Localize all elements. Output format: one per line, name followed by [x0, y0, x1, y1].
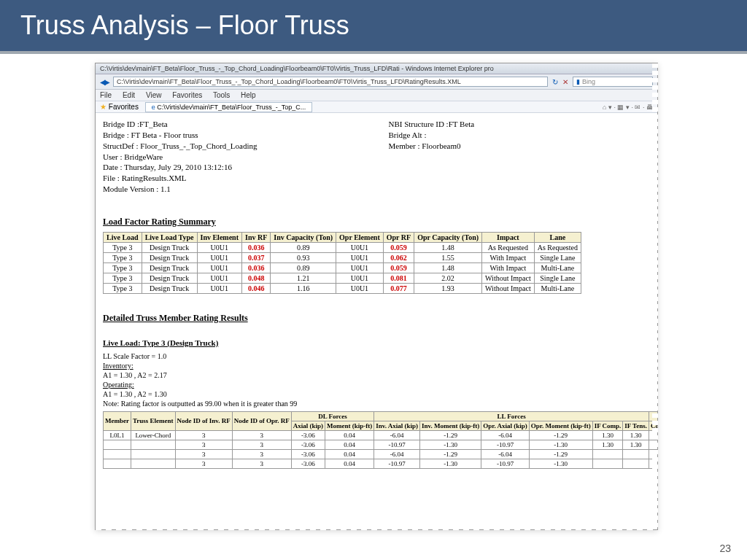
table-row: Type 3Design TruckU0U10.0461.16U0U10.077…: [104, 283, 581, 293]
star-icon[interactable]: ★: [100, 103, 107, 111]
menu-bar: File Edit View Favorites Tools Help: [96, 90, 657, 101]
col-invax: Inv. Axial (kip): [374, 421, 420, 430]
detail-heading: Detailed Truss Member Rating Results: [103, 313, 650, 324]
table-row: L0L1Lower-Chord33-3.060.04-6.04-1.29-6.0…: [104, 430, 658, 440]
table-row: 33-3.060.04-6.04-1.29-6.04-1.29-168.8515…: [104, 449, 658, 459]
struct-def: StructDef : Floor_Truss_-_Top_Chord_Load…: [103, 141, 258, 152]
home-icon[interactable]: ⌂: [603, 104, 606, 111]
col-invmo: Inv. Moment (kip-ft): [420, 421, 481, 430]
slide-header: Truss Analysis – Floor Truss: [0, 0, 747, 54]
notes-block: LL Scale Factor = 1.0 Inventory: A1 = 1.…: [103, 351, 650, 408]
nbi-id: NBI Structure ID :FT Beta: [389, 119, 475, 130]
tab-label: C:\Virtis\dev\main\FT_Beta\Floor_Truss_-…: [157, 104, 306, 111]
ie-icon: e: [152, 104, 155, 111]
inventory-label: Inventory:: [103, 361, 650, 370]
table-row: Type 3Design TruckU0U10.0481.21U0U10.081…: [104, 273, 581, 283]
browser-titlebar: C:\Virtis\dev\main\FT_Beta\Floor_Truss_-…: [96, 63, 657, 74]
col-moment: Moment (kip-ft): [325, 421, 374, 430]
table-row: 33-3.060.04-10.97-1.30-10.97-1.30-168.85…: [104, 459, 658, 468]
col-nodeopr: Node ID of Opr. RF: [232, 411, 291, 430]
browser-tab[interactable]: e C:\Virtis\dev\main\FT_Beta\Floor_Truss…: [145, 102, 313, 112]
operating-values: A1 = 1.30 , A2 = 1.30: [103, 389, 650, 399]
date: Date : Thursday, July 29, 2010 13:12:16: [103, 162, 258, 173]
torn-edge-right: [652, 63, 658, 529]
scale-factor: LL Scale Factor = 1.0: [103, 351, 650, 361]
col-header: Inv Element: [197, 232, 242, 242]
rf-note: Note: Rating factor is outputted as 99.0…: [103, 399, 650, 408]
table-header-row: Live LoadLive Load TypeInv ElementInv RF…: [104, 232, 581, 242]
menu-favorites[interactable]: Favorites: [172, 91, 202, 99]
inventory-values: A1 = 1.30 , A2 = 2.17: [103, 370, 650, 380]
browser-window: C:\Virtis\dev\main\FT_Beta\Floor_Truss_-…: [95, 63, 658, 530]
info-left: Bridge ID :FT_Beta Bridge : FT Beta - Fl…: [103, 119, 258, 195]
search-placeholder: Bing: [582, 78, 595, 85]
col-axial: Axial (kip): [291, 421, 325, 430]
col-header: Live Load Type: [142, 232, 197, 242]
favorites-label[interactable]: Favorites: [109, 103, 139, 111]
info-columns: Bridge ID :FT_Beta Bridge : FT Beta - Fl…: [103, 119, 650, 195]
live-load-heading: Live Load: Type 3 (Design Truck): [103, 338, 650, 347]
col-oprax: Opr. Axial (kip): [481, 421, 529, 430]
col-nodeinv: Node ID of Inv. RF: [175, 411, 232, 430]
table-row: Type 3Design TruckU0U10.0360.89U0U10.059…: [104, 242, 581, 252]
bridge-name: Bridge : FT Beta - Floor truss: [103, 130, 258, 141]
menu-help[interactable]: Help: [241, 91, 256, 99]
table-row: 33-3.060.04-10.97-1.30-10.97-1.301.301.3…: [104, 440, 658, 449]
slide-body: C:\Virtis\dev\main\FT_Beta\Floor_Truss_-…: [0, 54, 747, 530]
col-header: Opr Element: [336, 232, 384, 242]
address-bar: ◀▶ C:\Virtis\dev\main\FT_Beta\Floor_Trus…: [96, 74, 657, 90]
bridge-id: Bridge ID :FT_Beta: [103, 119, 258, 130]
col-header: Inv RF: [242, 232, 271, 242]
col-header: Impact: [482, 232, 535, 242]
nav-back-forward-icon[interactable]: ◀▶: [100, 78, 109, 86]
summary-table: Live LoadLive Load TypeInv ElementInv RF…: [103, 232, 581, 294]
page-number: 23: [719, 542, 731, 554]
user: User : BridgeWare: [103, 152, 258, 163]
col-header: Lane: [534, 232, 581, 242]
menu-view[interactable]: View: [146, 91, 162, 99]
detail-header-row-1: Member Truss Element Node ID of Inv. RF …: [104, 411, 658, 421]
address-input[interactable]: C:\Virtis\dev\main\FT_Beta\Floor_Truss_-…: [113, 77, 548, 87]
col-header: Live Load: [104, 232, 142, 242]
col-header: Opr Capacity (Ton): [414, 232, 482, 242]
col-dl: DL Forces: [291, 411, 374, 421]
member: Member : Floorbeam0: [389, 141, 475, 152]
module-version: Module Version : 1.1: [103, 184, 258, 195]
table-row: Type 3Design TruckU0U10.0360.89U0U10.059…: [104, 262, 581, 273]
summary-heading: Load Factor Rating Summary: [103, 217, 650, 228]
menu-tools[interactable]: Tools: [213, 91, 230, 99]
col-oprmo: Opr. Moment (kip-ft): [529, 421, 592, 430]
operating-label: Operating:: [103, 380, 650, 389]
slide-title: Truss Analysis – Floor Truss: [20, 10, 727, 41]
feed-icon[interactable]: ▦: [617, 104, 624, 111]
page-content: Bridge ID :FT_Beta Bridge : FT Beta - Fl…: [96, 113, 657, 529]
menu-edit[interactable]: Edit: [123, 91, 135, 99]
col-ifc: IF Comp.: [592, 421, 623, 430]
table-row: Type 3Design TruckU0U10.0370.93U0U10.062…: [104, 252, 581, 262]
col-ift: IF Tens.: [623, 421, 649, 430]
info-right: NBI Structure ID :FT Beta Bridge Alt : M…: [389, 119, 475, 195]
col-header: Opr RF: [383, 232, 414, 242]
col-header: Inv Capacity (Ton): [271, 232, 336, 242]
stop-icon[interactable]: ✕: [562, 78, 568, 86]
col-truss: Truss Element: [131, 411, 175, 430]
bridge-alt: Bridge Alt :: [389, 130, 475, 141]
toolbar-icons: ⌂ ▾ · ▦ ▾ · ✉ · 🖶: [603, 104, 653, 111]
menu-file[interactable]: File: [100, 91, 112, 99]
file: File : RatingResults.XML: [103, 173, 258, 184]
favorites-bar: ★ Favorites e C:\Virtis\dev\main\FT_Beta…: [96, 101, 657, 113]
col-ll: LL Forces: [374, 411, 649, 421]
refresh-icon[interactable]: ↻: [552, 78, 558, 86]
mail-icon[interactable]: ✉: [635, 104, 640, 111]
bing-icon: ▮: [576, 78, 580, 85]
search-input[interactable]: ▮Bing: [573, 77, 653, 87]
col-member: Member: [104, 411, 131, 430]
torn-edge-bottom: [96, 526, 657, 530]
detail-table: Member Truss Element Node ID of Inv. RF …: [103, 411, 657, 469]
